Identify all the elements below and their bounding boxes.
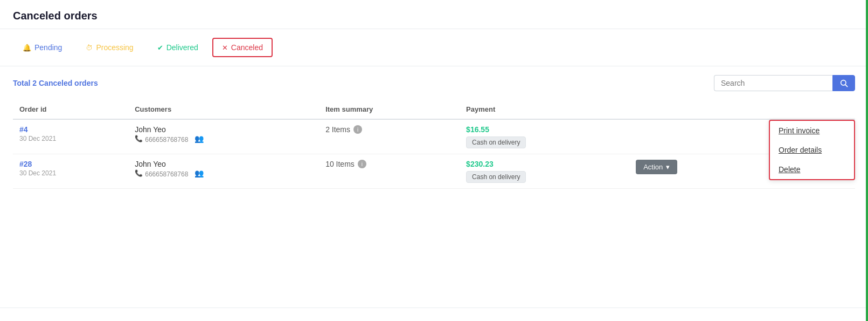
info-icon[interactable]: i [353, 125, 362, 134]
svg-point-0 [841, 80, 846, 85]
group-icon: 👥 [195, 169, 204, 177]
svg-line-1 [845, 85, 847, 86]
customer-cell: John Yeo 📞 666658768768 👥 [128, 154, 319, 189]
payment-cell: $230.23 Cash on delivery [460, 154, 629, 189]
tab-delivered[interactable]: ✔ Delivered [148, 38, 208, 57]
order-id-cell: #4 30 Dec 2021 [13, 119, 128, 154]
phone-row: 📞 666658768768 👥 [135, 168, 313, 178]
total-label: Total 2 Canceled orders [13, 79, 98, 87]
tab-delivered-label: Delivered [166, 43, 198, 52]
tab-canceled-label: Canceled [231, 43, 263, 52]
payment-badge: Cash on delivery [466, 171, 526, 183]
col-item-summary: Item summary [319, 100, 460, 119]
chevron-down-icon: ▾ [666, 163, 670, 171]
total-suffix: Canceled orders [37, 79, 98, 87]
order-id-cell: #28 30 Dec 2021 [13, 154, 128, 189]
order-id-link[interactable]: #4 [19, 125, 122, 134]
items-count: 10 Items [325, 160, 355, 168]
customer-phone: 666658768768 [145, 136, 188, 144]
search-box [714, 75, 855, 91]
col-order-id: Order id [13, 100, 128, 119]
content-section: Total 2 Canceled orders Order id Custome… [0, 66, 868, 308]
dropdown-delete[interactable]: Delete [770, 160, 854, 179]
order-id-link[interactable]: #28 [19, 160, 122, 168]
item-summary: 2 Items i [325, 125, 453, 134]
search-input[interactable] [714, 75, 832, 91]
item-summary: 10 Items i [325, 160, 453, 168]
col-payment: Payment [460, 100, 629, 119]
action-button[interactable]: Action ▾ [636, 160, 677, 174]
bell-icon: 🔔 [23, 44, 31, 52]
check-icon: ✔ [157, 44, 163, 52]
action-button-label: Action [643, 163, 663, 171]
customer-info: John Yeo 📞 666658768768 👥 [135, 160, 313, 178]
tab-processing-label: Processing [96, 43, 133, 52]
tabs-section: 🔔 Pending ⏱ Processing ✔ Delivered ✕ Can… [0, 29, 868, 66]
items-cell: 10 Items i [319, 154, 460, 189]
phone-icon: 📞 [135, 135, 143, 142]
customer-name: John Yeo [135, 125, 313, 134]
tab-pending[interactable]: 🔔 Pending [13, 38, 72, 57]
dropdown-order-details[interactable]: Order details [770, 140, 854, 160]
customer-name: John Yeo [135, 160, 313, 168]
payment-cell: $16.55 Cash on delivery [460, 119, 629, 154]
phone-icon: 📞 [135, 169, 143, 177]
col-action [629, 100, 855, 119]
clock-icon: ⏱ [86, 44, 93, 52]
table-row: #4 30 Dec 2021 John Yeo 📞 666658768768 👥 [13, 119, 855, 154]
customer-phone: 666658768768 [145, 170, 188, 178]
phone-row: 📞 666658768768 👥 [135, 134, 313, 144]
payment-amount: $230.23 [466, 160, 623, 168]
items-count: 2 Items [325, 125, 350, 134]
payment-badge: Cash on delivery [466, 136, 526, 148]
page-title: Canceled orders [13, 10, 855, 22]
customer-cell: John Yeo 📞 666658768768 👥 [128, 119, 319, 154]
tab-processing[interactable]: ⏱ Processing [76, 38, 143, 57]
payment-amount: $16.55 [466, 125, 623, 134]
items-cell: 2 Items i [319, 119, 460, 154]
search-button[interactable] [832, 75, 855, 91]
info-icon[interactable]: i [358, 160, 366, 168]
action-dropdown: Print invoice Order details Delete [769, 120, 855, 180]
x-icon: ✕ [222, 44, 228, 52]
table-header-row: Total 2 Canceled orders [13, 75, 855, 91]
table-row: #28 30 Dec 2021 John Yeo 📞 666658768768 … [13, 154, 855, 189]
total-prefix: Total [13, 79, 32, 87]
col-customers: Customers [128, 100, 319, 119]
group-icon: 👥 [195, 134, 204, 143]
dropdown-print-invoice[interactable]: Print invoice [770, 121, 854, 140]
tab-pending-label: Pending [34, 43, 62, 52]
page-footer [0, 308, 868, 321]
order-date: 30 Dec 2021 [19, 169, 56, 177]
customer-info: John Yeo 📞 666658768768 👥 [135, 125, 313, 144]
action-cell-1: Print invoice Order details Delete [629, 119, 855, 154]
orders-table: Order id Customers Item summary Payment … [13, 100, 855, 189]
total-count: 2 [32, 79, 37, 87]
search-icon [839, 79, 848, 87]
order-date: 30 Dec 2021 [19, 135, 56, 142]
tab-canceled[interactable]: ✕ Canceled [212, 38, 273, 57]
